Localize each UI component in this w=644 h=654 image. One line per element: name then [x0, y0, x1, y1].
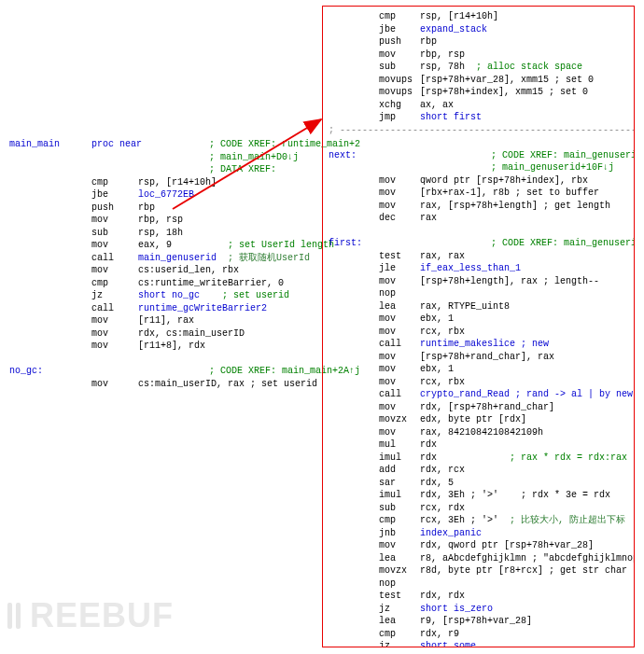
label-row: no_gc: ; CODE XREF: main_main+2A↑j [9, 365, 360, 378]
asm-row: lear9, [rsp+78h+var_28] [329, 615, 628, 628]
asm-row: moveax, 9 ; set UserId length [9, 239, 360, 252]
xref-line: ; DATA XREF: [9, 163, 360, 176]
asm-row: movcs:main_userID, rax ; set userid [9, 378, 360, 391]
asm-row: jleif_eax_less_than_1 [329, 262, 628, 275]
asm-row: xchgax, ax [329, 99, 628, 112]
asm-row: movrcx, rbx [329, 326, 628, 339]
asm-row: movebx, 1 [329, 313, 628, 326]
disassembly-canvas: REEBUF main_mainproc near ; CODE XREF: r… [0, 0, 644, 654]
asm-row: movrdx, [rsp+78h+rand_char] [329, 401, 628, 414]
asm-row: pushrbp [9, 202, 360, 215]
right-disassembly-panel: cmprsp, [r14+10h]jbeexpand_stackpushrbpm… [322, 6, 635, 647]
asm-row: mov[rsp+78h+rand_char], rax [329, 351, 628, 364]
asm-row: jzshort is_zero [329, 603, 628, 616]
asm-row: addrdx, rcx [329, 464, 628, 477]
asm-row: movzxr8d, byte ptr [r8+rcx] ; get str ch… [329, 564, 628, 577]
watermark-logo-icon [7, 595, 24, 641]
asm-row: subrsp, 78h ; alloc stack space [329, 61, 628, 74]
watermark-text: REEBUF [30, 596, 174, 634]
asm-row: testrax, rax [329, 250, 628, 263]
asm-row: nop [329, 577, 628, 591]
label-row: first: ; CODE XREF: main_genuserid+20↑j [329, 237, 628, 250]
asm-row: movebx, 1 [329, 363, 628, 376]
separator: ; --------------------------------------… [329, 124, 628, 137]
asm-row: lear8, aAbcdefghijklmn ; "abcdefghijklmn… [329, 552, 628, 565]
asm-row: subrcx, rdx [329, 502, 628, 515]
asm-row: movqword ptr [rsp+78h+index], rbx [329, 174, 628, 188]
asm-row: jnbindex_panic [329, 527, 628, 540]
asm-row: callruntime_gcWriteBarrier2 [9, 302, 360, 315]
asm-row: movups[rsp+78h+var_28], xmm15 ; set 0 [329, 74, 628, 87]
left-disassembly: main_mainproc near ; CODE XREF: runtime_… [9, 138, 360, 390]
func-header: main_mainproc near ; CODE XREF: runtime_… [9, 138, 360, 151]
asm-row: cmprsp, [r14+10h] [9, 176, 360, 189]
asm-row: jzshort no_gc ; set userid [9, 289, 360, 302]
asm-row: cmprdx, r9 [329, 628, 628, 641]
asm-row: movrax, [rsp+78h+length] ; get length [329, 200, 628, 213]
xref-line: ; main_genuserid+10F↓j [329, 161, 628, 174]
asm-row: imulrdx, 3Eh ; '>' ; rdx * 3e = rdx [329, 489, 628, 502]
asm-row: movrbp, rsp [329, 49, 628, 62]
asm-row: sarrdx, 5 [329, 477, 628, 490]
asm-row: movrax, 8421084210842109h [329, 426, 628, 439]
asm-row: pushrbp [329, 35, 628, 49]
asm-row: callcrypto_rand_Read ; rand -> al | by n… [329, 388, 628, 401]
asm-row: mov[rsp+78h+length], rax ; length-- [329, 275, 628, 288]
asm-row: jbeloc_6772EB [9, 188, 360, 202]
asm-row: movups[rsp+78h+index], xmm15 ; set 0 [329, 86, 628, 99]
asm-row: movrbp, rsp [9, 214, 360, 227]
asm-row: movcs:userid_len, rbx [9, 264, 360, 277]
asm-row: movrdx, qword ptr [rsp+78h+var_28] [329, 539, 628, 552]
asm-row: decrax [329, 212, 628, 225]
asm-row: mov[r11], rax [9, 314, 360, 327]
asm-row: imulrdx ; rax * rdx = rdx:rax [329, 452, 628, 465]
label-row: next: ; CODE XREF: main_genuserid+E3↓j [329, 149, 628, 162]
asm-row: mulrdx [329, 438, 628, 452]
asm-row: callruntime_makeslice ; new [329, 338, 628, 351]
asm-row: movzxedx, byte ptr [rdx] [329, 413, 628, 426]
asm-row [9, 353, 360, 366]
asm-row: callmain_genuserid ; 获取随机UserId [9, 252, 360, 265]
asm-row: jmpshort first [329, 111, 628, 124]
asm-row: nop [329, 287, 628, 300]
asm-row: jzshort some [329, 640, 628, 647]
watermark: REEBUF [7, 593, 174, 641]
asm-row: movrdx, cs:main_userID [9, 327, 360, 341]
asm-row: subrsp, 18h [9, 227, 360, 240]
asm-row: learax, RTYPE_uint8 [329, 300, 628, 313]
xref-line: ; main_main+D0↓j [9, 151, 360, 164]
asm-row: jbeexpand_stack [329, 23, 628, 36]
asm-row: testrdx, rdx [329, 590, 628, 603]
asm-row: mov[rbx+rax-1], r8b ; set to buffer [329, 187, 628, 200]
asm-row: cmprcx, 3Eh ; '>' ; 比较大小, 防止超出下标 [329, 514, 628, 527]
asm-row: movrcx, rbx [329, 376, 628, 389]
asm-row: cmpcs:runtime_writeBarrier, 0 [9, 277, 360, 290]
asm-row: mov[r11+8], rdx [9, 340, 360, 353]
right-inner: cmprsp, [r14+10h]jbeexpand_stackpushrbpm… [323, 7, 634, 647]
asm-row: cmprsp, [r14+10h] [329, 10, 628, 23]
